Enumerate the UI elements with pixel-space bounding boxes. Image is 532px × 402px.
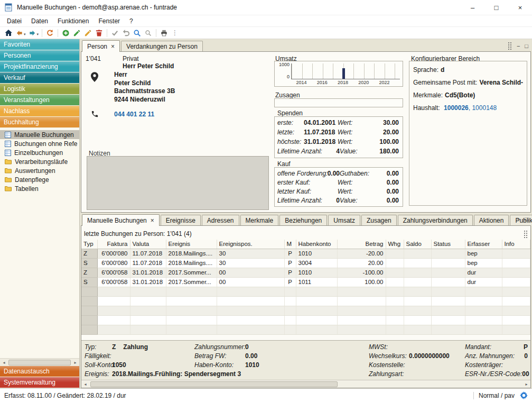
cell[interactable]: 2017.Sommer... (166, 277, 217, 287)
cell[interactable] (502, 277, 530, 287)
print-icon[interactable] (158, 28, 170, 39)
table-row-empty[interactable] (81, 306, 530, 315)
cell[interactable]: -20.00 (337, 249, 386, 258)
toolbar-overflow-icon[interactable]: ⋮ (172, 29, 178, 36)
panel-minimize-button[interactable]: − (517, 43, 520, 49)
cell[interactable] (431, 277, 465, 287)
tree-item-manuelle-buchungen[interactable]: Manuelle Buchungen (0, 130, 79, 139)
column-header[interactable]: Betrag (337, 240, 386, 249)
cell[interactable]: S (81, 258, 97, 268)
menu-funktionen[interactable]: Funktionen (53, 16, 94, 26)
haushalt-link[interactable]: 1000148 (472, 104, 497, 112)
table-row[interactable]: S6'000'05831.01.20182017.Sommer...00P101… (81, 277, 530, 287)
tab-zahlungsverbindungen[interactable]: Zahlungsverbindungen (398, 215, 473, 225)
panel-options-icon[interactable] (508, 42, 512, 50)
tab-person[interactable]: Person × (82, 40, 120, 52)
forward-dropdown-icon[interactable]: ▾ (37, 32, 39, 36)
column-header[interactable]: Whg (386, 240, 404, 249)
cell[interactable] (386, 268, 404, 277)
column-header[interactable]: Saldo (404, 240, 431, 249)
column-header[interactable]: Status (431, 240, 465, 249)
column-header[interactable]: Ereignis (166, 240, 217, 249)
panel-minimize-button[interactable]: − (517, 216, 520, 222)
forward-icon[interactable] (27, 28, 38, 39)
panel-maximize-button[interactable]: □ (525, 216, 528, 222)
cell[interactable]: 30 (217, 249, 284, 258)
tab-aktionen[interactable]: Aktionen (474, 215, 509, 225)
cell[interactable]: 00 (217, 268, 284, 277)
cell[interactable] (502, 258, 530, 268)
menu-help[interactable]: ? (125, 16, 138, 26)
cell[interactable] (431, 268, 465, 277)
tree-item-buchungen-ohne-referenz[interactable]: Buchungen ohne Refe (0, 139, 79, 148)
close-icon[interactable]: × (151, 218, 154, 223)
cell[interactable]: 3004 (296, 258, 337, 268)
tab-verdankungen-zu-person[interactable]: Verdankungen zu Person (121, 41, 203, 51)
cell[interactable]: 20.00 (337, 258, 386, 268)
add-edit-icon[interactable] (71, 28, 82, 39)
sidebar-section-favoriten[interactable]: Favoriten (0, 39, 79, 50)
sidebar-section-personen[interactable]: Personen (0, 50, 79, 61)
scrollbar-thumb[interactable] (90, 381, 338, 387)
panel-options-icon[interactable] (524, 230, 528, 239)
sidebar-section-datenaustausch[interactable]: Datenaustausch (0, 366, 79, 377)
haushalt-link[interactable]: 1000026 (444, 104, 469, 112)
panel-maximize-button[interactable]: □ (525, 43, 528, 49)
cell[interactable]: 6'000'058 (97, 277, 130, 287)
window-minimize-button[interactable]: – (461, 0, 484, 15)
sidebar-section-buchhaltung[interactable]: Buchhaltung (0, 117, 79, 128)
sidebar-section-verkauf[interactable]: Verkauf (0, 72, 79, 84)
cell[interactable]: 2018.Mailings.... (166, 249, 217, 258)
cell[interactable] (502, 268, 530, 277)
cell[interactable]: 2018.Mailings.... (166, 258, 217, 268)
cell[interactable]: 11.07.2018 (130, 258, 166, 268)
confirm-icon[interactable] (109, 28, 120, 39)
table-row[interactable]: Z6'000'08011.07.20182018.Mailings....30P… (81, 249, 530, 258)
cell[interactable]: Z (81, 249, 97, 258)
cell[interactable]: 31.01.2018 (130, 277, 166, 287)
cell[interactable]: S (81, 277, 97, 287)
column-header[interactable]: Ereignispos. (217, 240, 284, 249)
cell[interactable]: 1010 (296, 268, 337, 277)
cell[interactable] (404, 249, 431, 258)
refresh-icon[interactable] (44, 28, 55, 39)
cell[interactable]: 31.01.2018 (130, 268, 166, 277)
back-icon[interactable] (14, 28, 25, 39)
cell[interactable]: P (284, 268, 296, 277)
sidebar-section-nachlass[interactable]: Nachlass (0, 106, 79, 117)
cell[interactable]: 30 (217, 258, 284, 268)
cell[interactable] (431, 258, 465, 268)
table-row-empty[interactable] (81, 296, 530, 306)
table-row[interactable]: Z6'000'05831.01.20182017.Sommer...00P101… (81, 268, 530, 277)
menu-fenster[interactable]: Fenster (94, 16, 125, 26)
sidebar-section-logistik[interactable]: Logistik (0, 84, 79, 95)
delete-icon[interactable] (94, 28, 105, 39)
cell[interactable] (502, 249, 530, 258)
cell[interactable]: Z (81, 268, 97, 277)
cell[interactable] (386, 258, 404, 268)
cell[interactable]: -100.00 (337, 268, 386, 277)
tab-adressen[interactable]: Adressen (202, 215, 239, 225)
cell[interactable]: 6'000'080 (97, 258, 130, 268)
cell[interactable] (404, 268, 431, 277)
search-icon[interactable] (132, 28, 143, 39)
table-row-empty[interactable] (81, 315, 530, 325)
scroll-left-icon[interactable]: ◂ (81, 382, 89, 387)
column-header[interactable]: Valuta (130, 240, 166, 249)
cell[interactable]: dur (465, 268, 502, 277)
bookings-horizontal-scrollbar[interactable]: ◂ ▸ (81, 380, 530, 388)
menu-datei[interactable]: Datei (2, 16, 26, 26)
cell[interactable]: 6'000'058 (97, 268, 130, 277)
cell[interactable]: P (284, 249, 296, 258)
tree-item-verarbeitungslaeufe[interactable]: Verarbeitungsläufe (0, 157, 79, 166)
menu-daten[interactable]: Daten (26, 16, 53, 26)
cell[interactable]: dur (465, 277, 502, 287)
cell[interactable]: 6'000'080 (97, 249, 130, 258)
tab-umsatz[interactable]: Umsatz (328, 215, 360, 225)
tab-merkmale[interactable]: Merkmale (240, 215, 279, 225)
window-maximize-button[interactable]: □ (484, 0, 508, 15)
cell[interactable]: bep (465, 249, 502, 258)
back-dropdown-icon[interactable]: ▾ (24, 32, 26, 36)
gear-icon[interactable] (520, 391, 528, 399)
tree-item-einzelbuchungen[interactable]: Einzelbuchungen (0, 148, 79, 157)
